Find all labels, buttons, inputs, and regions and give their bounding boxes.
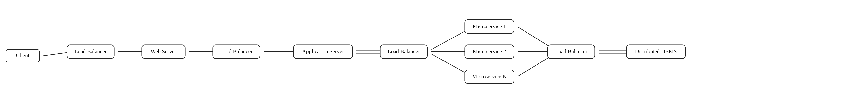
- label-client: Client: [16, 52, 30, 58]
- label-lb4: Load Balancer: [555, 48, 588, 54]
- label-dbms: Distributed DBMS: [635, 48, 677, 54]
- label-ws: Web Server: [151, 48, 177, 54]
- label-lb1: Load Balancer: [74, 48, 107, 54]
- label-ms1: Microservice 1: [473, 23, 506, 29]
- label-as: Application Server: [302, 48, 344, 54]
- label-msn: Microservice N: [472, 73, 507, 80]
- architecture-diagram: Client Load Balancer Web Server Load Bal…: [0, 0, 868, 99]
- label-lb2: Load Balancer: [220, 48, 253, 54]
- label-lb3: Load Balancer: [388, 48, 420, 54]
- label-ms2: Microservice 2: [473, 48, 506, 54]
